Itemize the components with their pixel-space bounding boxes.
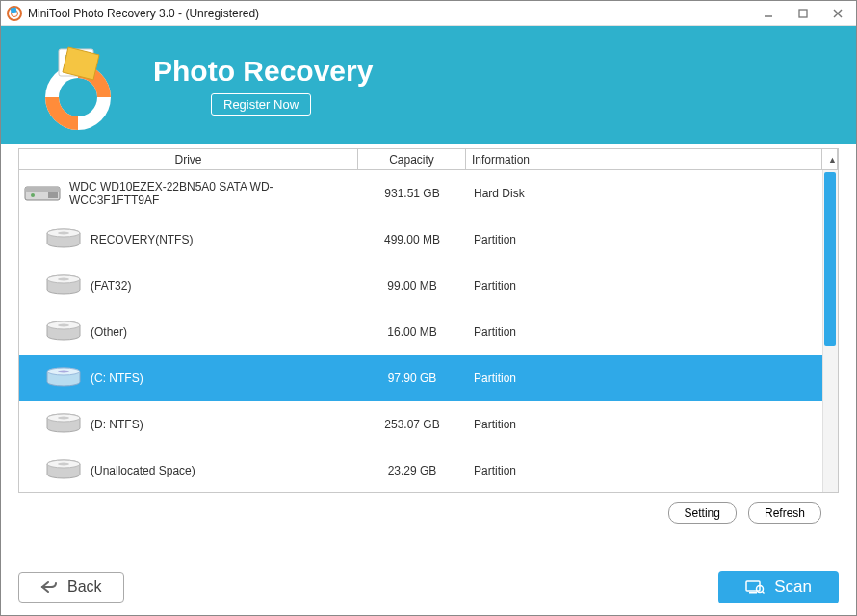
footer: Back Scan <box>18 571 839 603</box>
drive-capacity-cell: 99.00 MB <box>358 279 466 293</box>
partition-icon <box>23 459 91 483</box>
drive-row[interactable]: (FAT32)99.00 MBPartition <box>19 263 838 309</box>
svg-rect-2 <box>11 7 17 13</box>
scroll-up-button[interactable]: ▲ <box>822 149 838 169</box>
scan-button[interactable]: Scan <box>718 571 839 603</box>
app-window: MiniTool Photo Recovery 3.0 - (Unregiste… <box>0 0 857 616</box>
svg-point-8 <box>59 78 97 116</box>
grid-header: Drive Capacity Information ▲ <box>19 149 838 170</box>
svg-point-17 <box>58 231 69 234</box>
svg-point-29 <box>58 416 69 419</box>
header: Photo Recovery Register Now <box>1 26 856 144</box>
drive-info-cell: Partition <box>466 372 838 385</box>
minimize-button[interactable] <box>756 4 781 23</box>
drive-info-cell: Partition <box>466 325 838 339</box>
scrollbar-thumb[interactable] <box>824 172 836 346</box>
refresh-button[interactable]: Refresh <box>748 502 821 524</box>
partition-icon <box>23 413 91 437</box>
setting-button[interactable]: Setting <box>668 502 737 524</box>
back-arrow-icon <box>40 580 58 594</box>
svg-rect-34 <box>749 592 757 594</box>
svg-rect-14 <box>48 192 58 198</box>
drive-row[interactable]: (C: NTFS)97.90 GBPartition <box>19 355 838 401</box>
drive-capacity-cell: 253.07 GB <box>358 418 466 431</box>
drive-name-label: (D: NTFS) <box>91 418 143 431</box>
drive-name-label: RECOVERY(NTFS) <box>91 233 193 246</box>
drive-capacity-cell: 97.90 GB <box>358 372 466 385</box>
back-button-label: Back <box>67 578 102 596</box>
drive-name-label: (Other) <box>91 325 127 339</box>
drive-name-cell: (Other) <box>19 321 358 345</box>
svg-rect-4 <box>799 10 807 17</box>
drive-row[interactable]: (Other)16.00 MBPartition <box>19 309 838 355</box>
drive-info-cell: Partition <box>466 279 838 293</box>
list-buttons: Setting Refresh <box>18 493 839 524</box>
col-header-info[interactable]: Information <box>466 149 822 169</box>
drive-info-cell: Hard Disk <box>466 187 838 200</box>
svg-point-26 <box>58 370 69 372</box>
partition-icon <box>23 367 91 391</box>
drive-capacity-cell: 23.29 GB <box>358 464 466 477</box>
partition-icon <box>23 274 91 298</box>
register-button[interactable]: Register Now <box>211 93 311 116</box>
drive-capacity-cell: 931.51 GB <box>358 187 466 200</box>
svg-point-20 <box>58 277 69 280</box>
app-title: Photo Recovery <box>153 55 373 88</box>
maximize-button[interactable] <box>791 4 816 23</box>
drive-info-cell: Partition <box>466 418 838 431</box>
chevron-up-icon: ▲ <box>828 155 837 165</box>
drive-name-label: (FAT32) <box>91 279 131 293</box>
partition-icon <box>23 228 91 252</box>
app-icon <box>7 6 22 21</box>
col-header-capacity[interactable]: Capacity <box>358 149 466 169</box>
drive-capacity-cell: 16.00 MB <box>358 325 466 339</box>
close-button[interactable] <box>825 4 850 23</box>
scan-icon <box>745 579 765 595</box>
drive-info-cell: Partition <box>466 233 838 246</box>
window-controls <box>756 4 850 23</box>
svg-rect-12 <box>25 187 60 192</box>
svg-point-13 <box>31 193 35 197</box>
drive-row[interactable]: WDC WD10EZEX-22BN5A0 SATA WD-WCC3F1FTT9A… <box>19 170 838 217</box>
drive-name-cell: (D: NTFS) <box>19 413 358 437</box>
drive-row[interactable]: (Unallocated Space)23.29 GBPartition <box>19 448 838 492</box>
drive-name-label: (C: NTFS) <box>91 372 143 385</box>
hard-disk-icon <box>23 181 69 207</box>
drive-grid: Drive Capacity Information ▲ WDC WD10EZE… <box>18 148 839 493</box>
drive-name-label: (Unallocated Space) <box>91 464 195 477</box>
drive-name-cell: (C: NTFS) <box>19 367 358 391</box>
drive-name-label: WDC WD10EZEX-22BN5A0 SATA WD-WCC3F1FTT9A… <box>69 180 320 208</box>
window-title: MiniTool Photo Recovery 3.0 - (Unregiste… <box>28 7 756 20</box>
back-button[interactable]: Back <box>18 572 124 603</box>
svg-point-23 <box>58 323 69 326</box>
drive-name-cell: WDC WD10EZEX-22BN5A0 SATA WD-WCC3F1FTT9A… <box>19 180 358 208</box>
drive-name-cell: RECOVERY(NTFS) <box>19 228 358 252</box>
lifebuoy-icon <box>30 38 126 134</box>
partition-icon <box>23 321 91 345</box>
titlebar: MiniTool Photo Recovery 3.0 - (Unregiste… <box>1 1 856 26</box>
col-header-drive[interactable]: Drive <box>19 149 358 169</box>
svg-point-32 <box>58 462 69 465</box>
drive-info-cell: Partition <box>466 464 838 477</box>
svg-line-36 <box>763 592 765 594</box>
drive-name-cell: (Unallocated Space) <box>19 459 358 483</box>
content-area: Drive Capacity Information ▲ WDC WD10EZE… <box>1 148 856 524</box>
scrollbar-track[interactable] <box>822 170 838 492</box>
drive-capacity-cell: 499.00 MB <box>358 233 466 246</box>
drive-row[interactable]: (D: NTFS)253.07 GBPartition <box>19 401 838 448</box>
drive-row[interactable]: RECOVERY(NTFS)499.00 MBPartition <box>19 217 838 263</box>
scan-button-label: Scan <box>774 578 812 597</box>
grid-body: WDC WD10EZEX-22BN5A0 SATA WD-WCC3F1FTT9A… <box>19 170 838 492</box>
drive-name-cell: (FAT32) <box>19 274 358 298</box>
